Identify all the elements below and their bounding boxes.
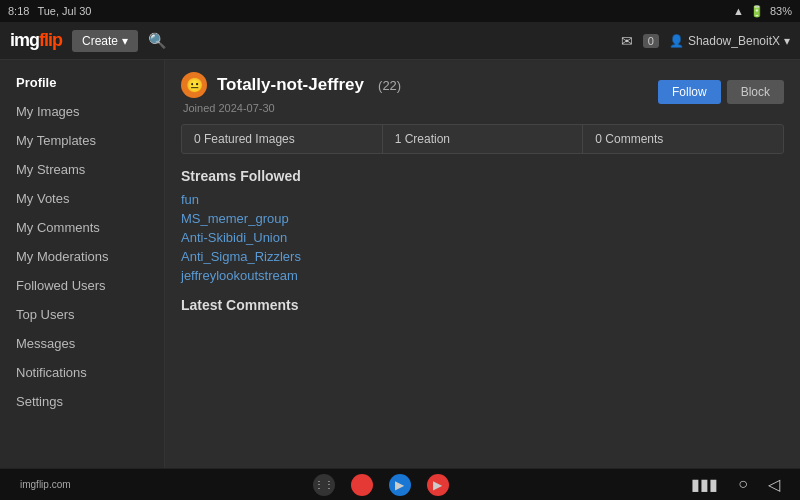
mail-icon[interactable]: ✉ bbox=[621, 33, 633, 49]
status-time: 8:18 bbox=[8, 5, 29, 17]
stat-item: 1 Creation bbox=[383, 125, 584, 153]
profile-joined: Joined 2024-07-30 bbox=[183, 102, 658, 114]
search-button[interactable]: 🔍 bbox=[148, 32, 167, 50]
stat-item: 0 Comments bbox=[583, 125, 783, 153]
profile-top-row: 😐 Totally-not-Jeffrey (22) Joined 2024-0… bbox=[181, 72, 784, 124]
status-bar-left: 8:18 Tue, Jul 30 bbox=[8, 5, 91, 17]
home-icon[interactable]: ○ bbox=[738, 475, 748, 494]
status-day: Tue, Jul 30 bbox=[37, 5, 91, 17]
user-dropdown-arrow: ▾ bbox=[784, 34, 790, 48]
site-label: imgflip.com bbox=[20, 479, 71, 490]
app-icon-red[interactable] bbox=[351, 474, 373, 496]
sidebar-item-my-moderations[interactable]: My Moderations bbox=[0, 242, 164, 271]
avatar: 😐 bbox=[181, 72, 207, 98]
sidebar-item-notifications[interactable]: Notifications bbox=[0, 358, 164, 387]
battery-icon: 🔋 bbox=[750, 5, 764, 18]
block-button[interactable]: Block bbox=[727, 80, 784, 104]
profile-age: (22) bbox=[378, 78, 401, 93]
stream-link[interactable]: jeffreylookoutstream bbox=[181, 268, 784, 283]
sidebar-item-top-users[interactable]: Top Users bbox=[0, 300, 164, 329]
latest-comments-section: Latest Comments bbox=[181, 297, 784, 313]
sidebar-item-my-votes[interactable]: My Votes bbox=[0, 184, 164, 213]
stats-bar: 0 Featured Images1 Creation0 Comments bbox=[181, 124, 784, 154]
search-icon: 🔍 bbox=[148, 32, 167, 49]
sidebar-item-messages[interactable]: Messages bbox=[0, 329, 164, 358]
sidebar: ProfileMy ImagesMy TemplatesMy StreamsMy… bbox=[0, 60, 165, 468]
username-label: Shadow_BenoitX bbox=[688, 34, 780, 48]
stat-item: 0 Featured Images bbox=[182, 125, 383, 153]
sidebar-item-my-images[interactable]: My Images bbox=[0, 97, 164, 126]
stream-link[interactable]: Anti_Sigma_Rizzlers bbox=[181, 249, 784, 264]
wifi-icon: ▲ bbox=[733, 5, 744, 17]
sidebar-item-my-comments[interactable]: My Comments bbox=[0, 213, 164, 242]
stream-link[interactable]: fun bbox=[181, 192, 784, 207]
status-bar: 8:18 Tue, Jul 30 ▲ 🔋 83% bbox=[0, 0, 800, 22]
stream-link[interactable]: MS_memer_group bbox=[181, 211, 784, 226]
app-icon-youtube[interactable]: ▶ bbox=[427, 474, 449, 496]
app-icon-blue[interactable]: ▶ bbox=[389, 474, 411, 496]
streams-list: funMS_memer_groupAnti-Skibidi_UnionAnti_… bbox=[181, 192, 784, 283]
profile-header-section: 😐 Totally-not-Jeffrey (22) Joined 2024-0… bbox=[181, 72, 658, 124]
app-icons: ⋮⋮ ▶ ▶ bbox=[313, 474, 449, 496]
sidebar-item-followed-users[interactable]: Followed Users bbox=[0, 271, 164, 300]
android-bar: imgflip.com ⋮⋮ ▶ ▶ ▮▮▮ ○ ◁ bbox=[0, 468, 800, 500]
android-nav-icons: ▮▮▮ ○ ◁ bbox=[691, 475, 780, 494]
menu-lines-icon[interactable]: ▮▮▮ bbox=[691, 475, 718, 494]
profile-action-buttons: Follow Block bbox=[658, 80, 784, 104]
profile-header: 😐 Totally-not-Jeffrey (22) bbox=[181, 72, 658, 98]
sidebar-item-profile[interactable]: Profile bbox=[0, 68, 164, 97]
battery-percent: 83% bbox=[770, 5, 792, 17]
create-arrow: ▾ bbox=[122, 34, 128, 48]
android-center-icons: ⋮⋮ ▶ ▶ bbox=[313, 474, 449, 496]
create-button[interactable]: Create ▾ bbox=[72, 30, 138, 52]
content-area: 😐 Totally-not-Jeffrey (22) Joined 2024-0… bbox=[165, 60, 800, 468]
follow-button[interactable]: Follow bbox=[658, 80, 721, 104]
sidebar-item-my-streams[interactable]: My Streams bbox=[0, 155, 164, 184]
stream-link[interactable]: Anti-Skibidi_Union bbox=[181, 230, 784, 245]
sidebar-item-my-templates[interactable]: My Templates bbox=[0, 126, 164, 155]
grid-icon[interactable]: ⋮⋮ bbox=[313, 474, 335, 496]
status-bar-right: ▲ 🔋 83% bbox=[733, 5, 792, 18]
navbar: imgflip Create ▾ 🔍 ✉ 0 👤 Shadow_BenoitX … bbox=[0, 22, 800, 60]
sidebar-item-settings[interactable]: Settings bbox=[0, 387, 164, 416]
latest-comments-title: Latest Comments bbox=[181, 297, 784, 313]
main-layout: ProfileMy ImagesMy TemplatesMy StreamsMy… bbox=[0, 60, 800, 468]
user-icon: 👤 bbox=[669, 34, 684, 48]
navbar-right: ✉ 0 👤 Shadow_BenoitX ▾ bbox=[621, 33, 790, 49]
streams-followed-title: Streams Followed bbox=[181, 168, 784, 184]
logo: imgflip bbox=[10, 30, 62, 51]
notification-badge: 0 bbox=[643, 34, 659, 48]
profile-username: Totally-not-Jeffrey bbox=[217, 75, 364, 95]
create-label: Create bbox=[82, 34, 118, 48]
user-menu[interactable]: 👤 Shadow_BenoitX ▾ bbox=[669, 34, 790, 48]
back-icon[interactable]: ◁ bbox=[768, 475, 780, 494]
